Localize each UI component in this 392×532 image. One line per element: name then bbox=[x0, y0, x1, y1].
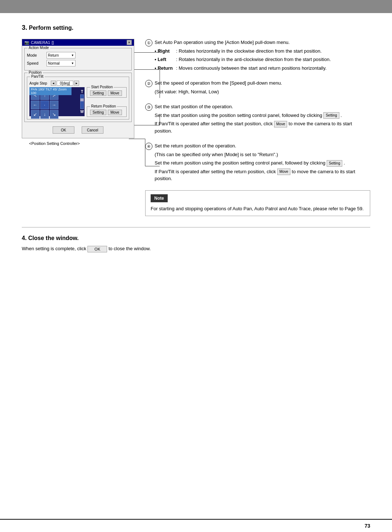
dialog-body: Action Mode Mode Return ▼ Speed bbox=[22, 46, 134, 138]
mode-label: Mode bbox=[27, 53, 44, 57]
angle-inc-btn[interactable]: ► bbox=[74, 81, 79, 86]
note4-desc1: Set the return position using the positi… bbox=[155, 159, 370, 167]
dialog-footer: OK Cancel bbox=[24, 124, 132, 136]
mode-select[interactable]: Return ▼ bbox=[46, 52, 75, 58]
note4-move-inline: Move bbox=[277, 168, 290, 175]
note-num-4: ④ bbox=[145, 143, 152, 150]
note1-bullet-return: • Return : Moves continuously between th… bbox=[155, 65, 370, 72]
arrow-grid: ↖ ↑ ↗ ← · → ↙ ↓ bbox=[31, 91, 58, 119]
note-item-1: ① Set Auto Pan operation using the [Acti… bbox=[145, 39, 370, 73]
step4-number: 4. bbox=[22, 235, 26, 241]
right-panel: ① Set Auto Pan operation using the [Acti… bbox=[145, 39, 370, 216]
step3-number: 3. bbox=[22, 24, 27, 31]
note-num-3: ③ bbox=[145, 103, 152, 111]
note3-setting-inline: Setting bbox=[323, 112, 339, 119]
speed-arrow: ▼ bbox=[71, 62, 74, 65]
return-setting-btn[interactable]: Setting bbox=[90, 110, 106, 115]
start-position-box: Start Position Setting Move bbox=[87, 87, 127, 98]
return-move-btn[interactable]: Move bbox=[108, 110, 122, 115]
dialog-window: 📷 CAMERA1 [] ✕ Action Mode Mo bbox=[22, 39, 134, 138]
step4-text: Close the window. bbox=[28, 235, 79, 241]
note-text-1: Set Auto Pan operation using the [Action… bbox=[155, 39, 370, 73]
zoom-w-label: W bbox=[80, 110, 83, 114]
titlebar-left: 📷 CAMERA1 [] bbox=[24, 40, 54, 45]
left-desc: : Rotates horizontally in the anti-clock… bbox=[176, 56, 331, 63]
start-move-btn[interactable]: Move bbox=[108, 90, 122, 96]
note3-desc2: . bbox=[340, 113, 342, 118]
return-pos-btns: Setting Move bbox=[90, 110, 123, 115]
left-panel: 📷 CAMERA1 [] ✕ Action Mode Mo bbox=[22, 39, 134, 146]
camera-view-area: PAN 180/ TILT 45/ Zoom 100 ↖ ↑ ↗ ← bbox=[29, 87, 127, 118]
note1-bullets: • Right : Rotates horizontally in the cl… bbox=[155, 48, 370, 72]
note1-bullet-right: • Right : Rotates horizontally in the cl… bbox=[155, 48, 370, 55]
note1-title: Set Auto Pan operation using the [Action… bbox=[155, 39, 370, 46]
close-button[interactable]: ✕ bbox=[127, 40, 132, 45]
mode-arrow: ▼ bbox=[71, 54, 74, 57]
speed-select[interactable]: Normal ▼ bbox=[46, 60, 75, 66]
arrow-right[interactable]: → bbox=[50, 101, 58, 109]
step3-text: Perform setting. bbox=[29, 25, 73, 31]
dialog-caption: <Position Setting Controller> bbox=[29, 141, 80, 146]
page-number: 73 bbox=[364, 523, 370, 529]
angle-display: 0[deg] bbox=[57, 81, 73, 86]
note-num-2: ② bbox=[145, 80, 152, 87]
pan-tilt-label: Pan/Tilt bbox=[30, 74, 45, 78]
dialog-title: CAMERA1 bbox=[31, 40, 50, 45]
camera-view-wrapper: PAN 180/ TILT 45/ Zoom 100 ↖ ↑ ↗ ← bbox=[29, 87, 85, 118]
dialog-titlebar: 📷 CAMERA1 [] ✕ bbox=[22, 39, 134, 46]
arrow-left[interactable]: ← bbox=[31, 101, 40, 109]
note4-desc2: . bbox=[344, 160, 345, 166]
zoom-t-label: T bbox=[81, 90, 83, 94]
mode-value: Return bbox=[48, 53, 59, 57]
angle-dec-btn[interactable]: ◄ bbox=[51, 81, 56, 86]
camera-view: PAN 180/ TILT 45/ Zoom 100 ↖ ↑ ↗ ← bbox=[29, 87, 85, 116]
action-mode-label: Action Mode bbox=[28, 46, 50, 50]
note4-setting-inline: Setting bbox=[327, 160, 342, 167]
action-mode-group: Action Mode Mode Return ▼ Speed bbox=[24, 48, 132, 70]
arrow-dl[interactable]: ↙ bbox=[31, 110, 40, 119]
note-box-text: For starting and stopping operations of … bbox=[151, 205, 365, 212]
step4-section: 4. Close the window. When setting is com… bbox=[22, 227, 370, 253]
ok-btn[interactable]: OK bbox=[53, 126, 74, 134]
arrow-center[interactable]: · bbox=[40, 101, 49, 109]
zoom-slider: T W bbox=[79, 87, 85, 116]
start-setting-btn[interactable]: Setting bbox=[90, 90, 106, 96]
position-group: Position Pan/Tilt Angle Step ◄ 0[deg] bbox=[24, 73, 132, 122]
note-num-1: ① bbox=[145, 39, 152, 46]
step4-heading: 4. Close the window. bbox=[22, 235, 370, 241]
note3-move-inline: Move bbox=[274, 121, 287, 127]
mode-row: Mode Return ▼ bbox=[27, 52, 129, 58]
page-container: 3. Perform setting. bbox=[0, 0, 392, 532]
note4-desc3: If Pan/Tilt is operated after setting th… bbox=[155, 168, 370, 182]
note-item-4: ④ Set the return position of the operati… bbox=[145, 142, 370, 184]
return-term: • Return bbox=[155, 65, 175, 72]
start-pos-btns: Setting Move bbox=[90, 90, 123, 96]
top-bar bbox=[0, 0, 392, 13]
camera-icon: 📷 bbox=[24, 40, 29, 45]
angle-step-label: Angle Step bbox=[29, 81, 49, 85]
arrow-down[interactable]: ↓ bbox=[40, 110, 49, 119]
note2-title: Set the speed of operation from the [Spe… bbox=[155, 80, 370, 87]
note4-desc1-text: Set the return position using the positi… bbox=[155, 160, 325, 166]
zoom-thumb bbox=[80, 98, 84, 101]
note2-subtitle: (Set value: High, Normal, Low) bbox=[155, 88, 370, 96]
pos-side: Start Position Setting Move bbox=[87, 87, 127, 118]
step4-desc-text: When setting is complete, click bbox=[22, 246, 86, 251]
note3-desc3-text: If Pan/Tilt is operated after setting th… bbox=[155, 121, 273, 126]
note-text-4: Set the return position of the operation… bbox=[155, 142, 370, 184]
note-box: Note For starting and stopping operation… bbox=[145, 190, 370, 216]
step3-heading: 3. Perform setting. bbox=[22, 24, 370, 32]
zoom-track[interactable] bbox=[80, 94, 84, 109]
right-desc: : Rotates horizontally in the clockwise … bbox=[176, 48, 322, 55]
titlebar-brackets: [] bbox=[52, 40, 54, 45]
arrow-dr[interactable]: ↘ bbox=[50, 110, 58, 119]
bottom-bar: 73 bbox=[0, 519, 392, 532]
cancel-btn[interactable]: Cancel bbox=[82, 126, 103, 134]
return-desc: : Moves continuously between the start a… bbox=[176, 65, 327, 72]
note-box-header: Note bbox=[151, 194, 168, 202]
note-text-2: Set the speed of operation from the [Spe… bbox=[155, 80, 370, 97]
note1-bullet-left: • Left : Rotates horizontally in the ant… bbox=[155, 56, 370, 63]
speed-row: Speed Normal ▼ bbox=[27, 60, 129, 66]
step4-desc: When setting is complete, click OK to cl… bbox=[22, 245, 370, 253]
note3-desc1-text: Set the start position using the positio… bbox=[155, 113, 322, 118]
